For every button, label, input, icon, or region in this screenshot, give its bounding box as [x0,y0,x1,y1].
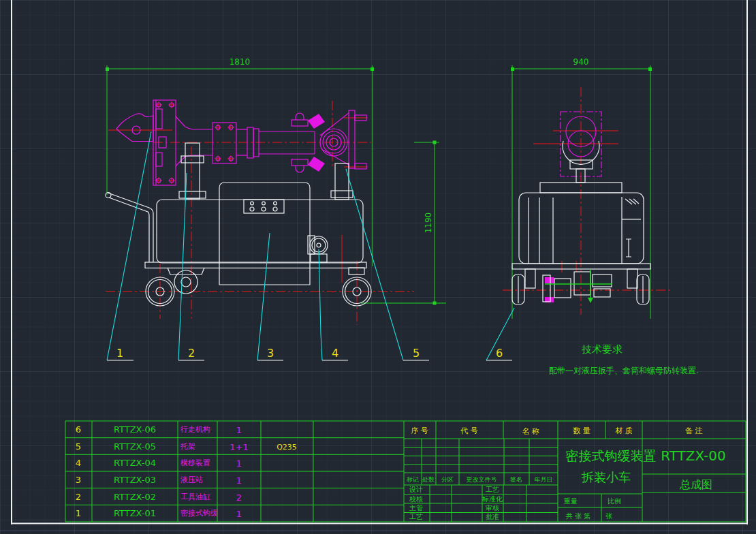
scale-label: 比例 [608,497,621,505]
green-arrow [588,298,593,303]
parts-table: 6 RTTZX-06 行走机构 1 5 RTTZX-05 托架 1+1 Q235… [65,421,404,522]
right-support-post [335,163,349,200]
left-support-post [185,143,200,199]
sig-process2: 工艺 [486,486,499,493]
sheet-title: 总成图 [679,478,712,491]
sig-approve: 批准 [486,513,499,520]
part-qty: 1+1 [230,442,248,452]
tech-requirements-line: 配带一对液压扳手、套筒和螺母防转装置. [549,366,699,375]
coupler-wedge-top [308,114,325,129]
sig-charge: 主管 [409,504,423,512]
sheets-left: 共 张 第 [566,512,590,520]
part-name: 液压站 [180,475,203,484]
track-roller [174,270,198,294]
drawing-number: RTTZX-00 [661,447,726,464]
panel-handle [626,239,631,257]
drawing-sheet: 1810 940 1190 [0,0,756,534]
part-material: Q235 [277,443,297,452]
part-seq: 4 [76,458,81,468]
part-name: 横移装置 [180,458,210,467]
part-seq: 2 [76,492,81,502]
part-qty: 1 [236,458,242,469]
callout-1[interactable]: 1 [116,347,123,360]
parts-row[interactable]: 5 RTTZX-05 托架 1+1 Q235 [76,441,297,452]
part-name: 行走机构 [180,425,210,434]
dim-label-1190: 1190 [424,213,433,234]
part-code: RTTZX-06 [114,424,156,435]
dim-label-940: 940 [573,57,589,67]
rev-mark: 标记 [406,476,419,483]
coupler-end-plate [349,110,355,168]
dimension-height[interactable]: 1190 [361,141,446,305]
sig-design: 设计 [409,486,423,493]
parts-row[interactable]: 4 RTTZX-04 横移装置 1 [76,458,242,469]
sheets-right: 张 [605,512,612,520]
callout-4[interactable]: 4 [332,347,338,360]
part-code: RTTZX-01 [114,508,156,518]
cad-drawing-canvas: 1810 940 1190 [0,0,756,534]
callout-6[interactable]: 6 [496,347,503,360]
coupler-wedge-bottom [308,157,325,172]
rev-zone: 分区 [441,476,454,483]
part-name: 工具油缸 [180,492,211,501]
part-qty: 2 [236,492,242,503]
part-seq: 1 [76,508,81,518]
tech-requirements: 技术要求 配带一对液压扳手、套筒和螺母防转装置. [549,343,699,375]
product-name-line1: 密接式钩缓装置 [566,448,657,463]
part-seq: 6 [76,424,81,435]
end-view-centerlines [503,87,671,315]
part-seq: 3 [76,475,81,485]
product-name-line2: 拆装小车 [581,470,631,484]
header-remark: 备 注 [685,426,703,435]
sig-process: 工艺 [409,513,423,520]
header-name: 名 称 [522,427,539,436]
main-view-trolley[interactable] [106,143,371,306]
part-name: 托架 [180,442,195,451]
parts-row[interactable]: 2 RTTZX-02 工具油缸 2 [76,492,242,503]
title-block: 序 号 代 号 名 称 数 量 材 质 备 注 标记 处数 分区 更改文件号 签… [404,421,746,522]
sig-audit: 审核 [486,504,499,512]
parts-row[interactable]: 6 RTTZX-06 行走机构 1 [76,424,242,435]
rev-count: 处数 [422,476,435,483]
weight-label: 重量 [563,497,578,505]
parts-row[interactable]: 3 RTTZX-03 液压站 1 [76,475,242,486]
header-material: 材 质 [615,426,633,435]
dim-label-1810: 1810 [230,57,251,67]
part-qty: 1 [236,475,242,486]
parts-row[interactable]: 1 RTTZX-01 密接式钩缓 1 [76,508,242,519]
part-qty: 1 [236,509,242,519]
dimension-main-width[interactable]: 1810 [106,57,374,266]
part-qty: 1 [236,425,242,435]
trolley-body [157,200,363,263]
sig-standard: 标准化 [482,495,503,503]
callout-3[interactable]: 3 [267,347,274,360]
trolley-cabinet [219,183,310,285]
callout-2[interactable]: 2 [188,347,195,360]
part-name: 密接式钩缓 [180,509,218,518]
sig-check: 校核 [409,495,423,503]
rev-doc-no: 更改文件号 [467,476,497,483]
tech-requirements-title: 技术要求 [582,343,623,356]
callout-5[interactable]: 5 [413,347,420,360]
part-code: RTTZX-02 [114,492,156,502]
part-code: RTTZX-04 [114,458,156,468]
rev-sign: 签名 [510,476,522,483]
header-code: 代 号 [460,426,478,435]
header-seq: 序 号 [411,426,428,435]
rev-date: 年月日 [535,476,553,483]
part-seq: 5 [76,441,81,452]
part-code: RTTZX-03 [114,475,156,485]
part-code: RTTZX-05 [114,441,156,452]
header-qty: 数 量 [573,426,590,435]
